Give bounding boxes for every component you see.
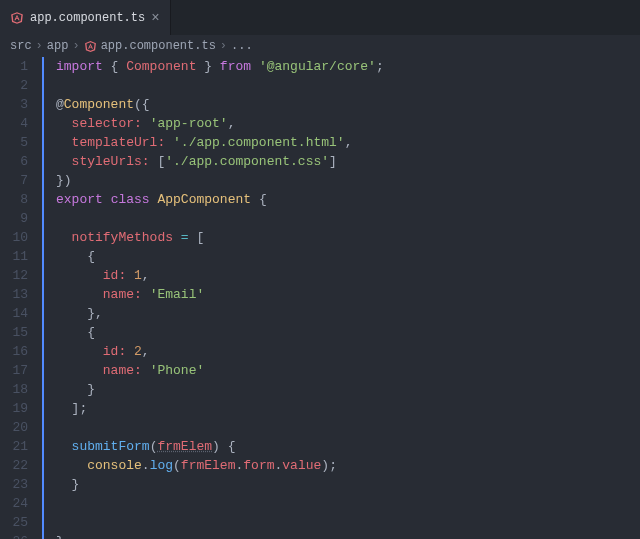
chevron-right-icon: › bbox=[36, 39, 43, 53]
code-line: }, bbox=[56, 304, 640, 323]
tab-active[interactable]: app.component.ts × bbox=[0, 0, 171, 35]
code-line: { bbox=[56, 323, 640, 342]
line-number: 20 bbox=[8, 418, 28, 437]
breadcrumb-seg-src[interactable]: src bbox=[10, 39, 32, 53]
gutter: 1234567891011121314151617181920212223242… bbox=[0, 57, 42, 539]
chevron-right-icon: › bbox=[220, 39, 227, 53]
code-line: } bbox=[56, 475, 640, 494]
code-line: ]; bbox=[56, 399, 640, 418]
line-number: 15 bbox=[8, 323, 28, 342]
code-area[interactable]: import { Component } from '@angular/core… bbox=[42, 57, 640, 539]
code-line: id: 2, bbox=[56, 342, 640, 361]
breadcrumb[interactable]: src › app › app.component.ts › ... bbox=[0, 35, 640, 57]
line-number: 3 bbox=[8, 95, 28, 114]
code-line: } bbox=[56, 532, 640, 539]
code-line: notifyMethods = [ bbox=[56, 228, 640, 247]
line-number: 16 bbox=[8, 342, 28, 361]
line-number: 5 bbox=[8, 133, 28, 152]
code-line: import { Component } from '@angular/core… bbox=[56, 57, 640, 76]
code-line: @Component({ bbox=[56, 95, 640, 114]
code-line: export class AppComponent { bbox=[56, 190, 640, 209]
line-number: 25 bbox=[8, 513, 28, 532]
line-number: 11 bbox=[8, 247, 28, 266]
breadcrumb-seg-file[interactable]: app.component.ts bbox=[101, 39, 216, 53]
line-number: 9 bbox=[8, 209, 28, 228]
code-line: submitForm(frmElem) { bbox=[56, 437, 640, 456]
line-number: 8 bbox=[8, 190, 28, 209]
editor[interactable]: 1234567891011121314151617181920212223242… bbox=[0, 57, 640, 539]
line-number: 24 bbox=[8, 494, 28, 513]
code-line: } bbox=[56, 380, 640, 399]
angular-file-icon bbox=[84, 40, 97, 53]
line-number: 13 bbox=[8, 285, 28, 304]
tab-bar: app.component.ts × bbox=[0, 0, 640, 35]
line-number: 26 bbox=[8, 532, 28, 539]
code-line bbox=[56, 76, 640, 95]
line-number: 23 bbox=[8, 475, 28, 494]
line-number: 21 bbox=[8, 437, 28, 456]
breadcrumb-seg-app[interactable]: app bbox=[47, 39, 69, 53]
tab-label: app.component.ts bbox=[30, 11, 145, 25]
line-number: 4 bbox=[8, 114, 28, 133]
line-number: 17 bbox=[8, 361, 28, 380]
line-number: 6 bbox=[8, 152, 28, 171]
close-icon[interactable]: × bbox=[151, 11, 159, 25]
line-number: 19 bbox=[8, 399, 28, 418]
line-number: 7 bbox=[8, 171, 28, 190]
line-number: 18 bbox=[8, 380, 28, 399]
code-line bbox=[56, 418, 640, 437]
line-number: 1 bbox=[8, 57, 28, 76]
code-line: { bbox=[56, 247, 640, 266]
code-line: id: 1, bbox=[56, 266, 640, 285]
code-line: name: 'Email' bbox=[56, 285, 640, 304]
code-line: selector: 'app-root', bbox=[56, 114, 640, 133]
code-line bbox=[56, 494, 640, 513]
code-line: console.log(frmElem.form.value); bbox=[56, 456, 640, 475]
line-number: 22 bbox=[8, 456, 28, 475]
line-number: 2 bbox=[8, 76, 28, 95]
code-line: templateUrl: './app.component.html', bbox=[56, 133, 640, 152]
angular-file-icon bbox=[10, 11, 24, 25]
breadcrumb-more[interactable]: ... bbox=[231, 39, 253, 53]
code-line: }) bbox=[56, 171, 640, 190]
chevron-right-icon: › bbox=[72, 39, 79, 53]
line-number: 12 bbox=[8, 266, 28, 285]
line-number: 14 bbox=[8, 304, 28, 323]
code-line: name: 'Phone' bbox=[56, 361, 640, 380]
code-line: styleUrls: ['./app.component.css'] bbox=[56, 152, 640, 171]
code-line bbox=[56, 209, 640, 228]
line-number: 10 bbox=[8, 228, 28, 247]
code-line bbox=[56, 513, 640, 532]
